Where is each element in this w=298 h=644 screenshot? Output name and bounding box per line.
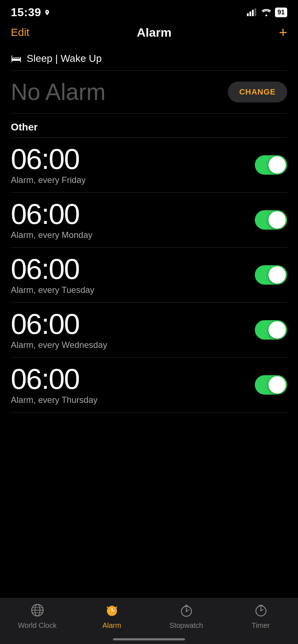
- toggle-knob: [268, 211, 286, 229]
- alarm-time: 06:00: [11, 255, 94, 284]
- alarm-item[interactable]: 06:00 Alarm, every Wednesday: [11, 303, 287, 358]
- alarm-desc: Alarm, every Monday: [11, 230, 92, 240]
- sleep-header: 🛏 Sleep | Wake Up: [11, 47, 287, 71]
- signal-icon: [247, 8, 258, 16]
- nav-header: Edit Alarm +: [0, 22, 298, 47]
- alarm-toggle[interactable]: [255, 320, 287, 340]
- bed-icon: 🛏: [11, 52, 22, 65]
- alarm-time: 06:00: [11, 200, 92, 229]
- no-alarm-text: No Alarm: [11, 79, 105, 105]
- tab-timer[interactable]: Timer: [236, 603, 286, 630]
- timer-icon: [254, 603, 268, 619]
- stopwatch-label: Stopwatch: [170, 621, 203, 630]
- page-title: Alarm: [137, 26, 171, 40]
- tab-world-clock[interactable]: World Clock: [12, 603, 63, 630]
- alarm-info: 06:00 Alarm, every Monday: [11, 200, 92, 240]
- status-bar: 15:39 91: [0, 0, 298, 22]
- svg-rect-2: [252, 10, 254, 16]
- svg-point-20: [186, 611, 187, 612]
- status-time: 15:39: [11, 6, 41, 19]
- alarm-item[interactable]: 06:00 Alarm, every Tuesday: [11, 248, 287, 303]
- wifi-icon: [261, 8, 271, 16]
- alarm-list: 06:00 Alarm, every Friday 06:00 Alarm, e…: [11, 138, 287, 413]
- world-clock-icon: [31, 603, 44, 619]
- alarm-label: Alarm: [102, 621, 121, 630]
- tab-bar: World Clock Alarm: [0, 598, 298, 644]
- alarm-desc: Alarm, every Wednesday: [11, 340, 107, 350]
- battery-icon: 91: [275, 8, 287, 17]
- change-button[interactable]: CHANGE: [228, 82, 287, 102]
- alarm-desc: Alarm, every Friday: [11, 175, 86, 185]
- sleep-label: Sleep | Wake Up: [27, 53, 102, 64]
- edit-button[interactable]: Edit: [11, 26, 30, 38]
- tab-stopwatch[interactable]: Stopwatch: [161, 603, 212, 630]
- alarm-info: 06:00 Alarm, every Tuesday: [11, 255, 94, 295]
- svg-rect-1: [249, 12, 251, 16]
- alarm-toggle[interactable]: [255, 375, 287, 395]
- alarm-item[interactable]: 06:00 Alarm, every Monday: [11, 193, 287, 248]
- alarm-desc: Alarm, every Tuesday: [11, 285, 94, 295]
- toggle-knob: [268, 321, 286, 339]
- status-icons: 91: [247, 8, 287, 17]
- svg-rect-12: [112, 611, 114, 611]
- alarm-item[interactable]: 06:00 Alarm, every Thursday: [11, 358, 287, 413]
- alarm-time: 06:00: [11, 310, 107, 339]
- toggle-knob: [268, 156, 286, 174]
- tab-alarm[interactable]: Alarm: [87, 603, 137, 630]
- sleep-section: 🛏 Sleep | Wake Up No Alarm CHANGE: [0, 47, 298, 114]
- toggle-knob: [268, 376, 286, 394]
- alarm-toggle[interactable]: [255, 265, 287, 285]
- svg-rect-0: [247, 13, 249, 16]
- svg-rect-15: [111, 606, 113, 607]
- timer-label: Timer: [252, 621, 270, 630]
- other-section: Other 06:00 Alarm, every Friday 06:00 Al…: [0, 114, 298, 413]
- alarm-time: 06:00: [11, 365, 98, 394]
- location-icon: [44, 9, 50, 16]
- no-alarm-row: No Alarm CHANGE: [11, 71, 287, 114]
- add-alarm-button[interactable]: +: [279, 25, 287, 40]
- alarm-toggle[interactable]: [255, 210, 287, 230]
- world-clock-label: World Clock: [18, 621, 57, 630]
- other-label: Other: [11, 114, 287, 138]
- alarm-time: 06:00: [11, 145, 86, 174]
- toggle-knob: [268, 266, 286, 284]
- alarm-info: 06:00 Alarm, every Friday: [11, 145, 86, 185]
- home-indicator: [113, 638, 185, 640]
- alarm-desc: Alarm, every Thursday: [11, 395, 98, 405]
- svg-rect-3: [254, 8, 256, 16]
- alarm-item[interactable]: 06:00 Alarm, every Friday: [11, 138, 287, 193]
- alarm-info: 06:00 Alarm, every Thursday: [11, 365, 98, 405]
- alarm-info: 06:00 Alarm, every Wednesday: [11, 310, 107, 350]
- stopwatch-icon: [180, 603, 193, 619]
- alarm-toggle[interactable]: [255, 155, 287, 175]
- alarm-icon: [105, 603, 119, 619]
